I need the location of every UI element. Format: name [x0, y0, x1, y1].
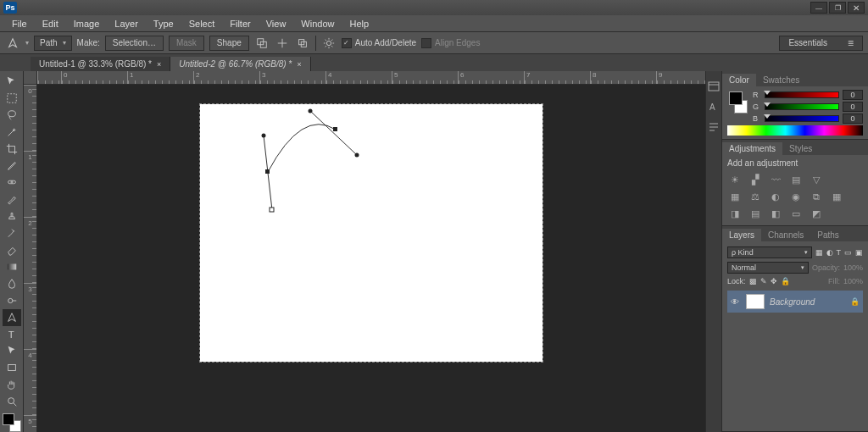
- crop-tool[interactable]: [3, 141, 21, 158]
- filter-shape-icon[interactable]: ▭: [844, 248, 852, 257]
- history-brush-tool[interactable]: [3, 224, 21, 241]
- canvas-viewport[interactable]: [37, 85, 705, 432]
- blur-tool[interactable]: [3, 275, 21, 292]
- pen-tool-icon[interactable]: [5, 36, 20, 51]
- path-arrange-icon[interactable]: [295, 36, 310, 51]
- rectangle-tool[interactable]: [3, 359, 21, 376]
- type-tool[interactable]: T: [3, 326, 21, 343]
- magic-wand-tool[interactable]: [3, 124, 21, 141]
- path-align-icon[interactable]: [275, 36, 290, 51]
- menu-image[interactable]: Image: [67, 17, 107, 30]
- lasso-tool[interactable]: [3, 107, 21, 124]
- g-value[interactable]: 0: [843, 102, 863, 112]
- document-tab[interactable]: Untitled-1 @ 33.3% (RGB/8) * ×: [31, 57, 170, 71]
- lock-position-icon[interactable]: ✥: [771, 277, 777, 285]
- filter-adjust-icon[interactable]: ◐: [826, 248, 833, 257]
- paragraph-panel-icon[interactable]: [707, 120, 721, 134]
- menu-select[interactable]: Select: [182, 17, 222, 30]
- color-spectrum[interactable]: [727, 125, 863, 136]
- layer-row-background[interactable]: 👁 Background 🔒: [727, 291, 863, 313]
- eyedropper-tool[interactable]: [3, 158, 21, 174]
- dodge-tool[interactable]: [3, 292, 21, 309]
- marquee-tool[interactable]: [3, 90, 21, 107]
- tab-channels[interactable]: Channels: [761, 229, 810, 241]
- gradient-map-icon[interactable]: ▭: [788, 207, 804, 220]
- tab-styles[interactable]: Styles: [782, 142, 819, 155]
- channel-mixer-icon[interactable]: ⧉: [809, 190, 824, 203]
- minimize-button[interactable]: —: [810, 2, 827, 14]
- ruler-origin[interactable]: [24, 71, 37, 85]
- menu-file[interactable]: File: [5, 17, 34, 30]
- tab-adjustments[interactable]: Adjustments: [722, 142, 782, 155]
- b-slider[interactable]: [765, 115, 839, 122]
- r-slider[interactable]: [765, 91, 839, 98]
- canvas[interactable]: [200, 104, 542, 362]
- fill-value[interactable]: 100%: [843, 277, 863, 285]
- photo-filter-icon[interactable]: ◉: [788, 190, 804, 203]
- pen-tool[interactable]: [3, 309, 21, 326]
- close-window-button[interactable]: ✕: [848, 2, 865, 14]
- tab-color[interactable]: Color: [722, 74, 756, 86]
- auto-add-delete-checkbox[interactable]: ✓ Auto Add/Delete: [342, 38, 416, 48]
- threshold-icon[interactable]: ◧: [768, 207, 783, 220]
- levels-icon[interactable]: ▞: [748, 173, 763, 186]
- align-edges-checkbox[interactable]: Align Edges: [421, 38, 480, 48]
- shape-button[interactable]: Shape: [209, 36, 249, 51]
- menu-view[interactable]: View: [259, 17, 293, 30]
- lock-transparent-icon[interactable]: ▩: [749, 277, 757, 285]
- r-value[interactable]: 0: [843, 90, 863, 100]
- color-swatch-pair[interactable]: [727, 90, 748, 114]
- b-value[interactable]: 0: [843, 114, 863, 124]
- character-panel-icon[interactable]: A: [707, 100, 721, 114]
- blackwhite-icon[interactable]: ◐: [768, 190, 783, 203]
- menu-help[interactable]: Help: [342, 17, 376, 30]
- close-tab-icon[interactable]: ×: [297, 60, 301, 69]
- selection-button[interactable]: Selection…: [105, 36, 164, 51]
- tab-swatches[interactable]: Swatches: [756, 74, 806, 86]
- brush-tool[interactable]: [3, 191, 21, 208]
- filter-type-icon[interactable]: T: [837, 248, 842, 257]
- filter-smart-icon[interactable]: ▣: [855, 248, 863, 257]
- hand-tool[interactable]: [3, 376, 21, 393]
- color-swatches[interactable]: [3, 413, 21, 432]
- tool-mode-dropdown[interactable]: Path: [34, 36, 72, 51]
- path-selection-tool[interactable]: [3, 343, 21, 360]
- invert-icon[interactable]: ◨: [727, 207, 743, 220]
- healing-brush-tool[interactable]: [3, 174, 21, 191]
- close-tab-icon[interactable]: ×: [157, 60, 161, 69]
- layer-thumbnail[interactable]: [746, 294, 765, 309]
- clone-stamp-tool[interactable]: [3, 208, 21, 224]
- horizontal-ruler[interactable]: 0 1 2 3 4 5 6 7 8 9 10: [37, 71, 705, 85]
- hue-saturation-icon[interactable]: ▦: [727, 190, 743, 203]
- vibrance-icon[interactable]: ▽: [809, 173, 824, 186]
- visibility-toggle-icon[interactable]: 👁: [731, 297, 741, 307]
- posterize-icon[interactable]: ▤: [748, 207, 763, 220]
- gear-icon[interactable]: [321, 36, 337, 51]
- document-tab-active[interactable]: Untitled-2 @ 66.7% (RGB/8) * ×: [170, 57, 310, 71]
- selective-color-icon[interactable]: ◩: [809, 207, 824, 220]
- menu-type[interactable]: Type: [147, 17, 181, 30]
- exposure-icon[interactable]: ▤: [788, 173, 804, 186]
- g-slider[interactable]: [765, 103, 839, 110]
- blend-mode-dropdown[interactable]: Normal: [727, 262, 809, 274]
- eraser-tool[interactable]: [3, 241, 21, 258]
- zoom-tool[interactable]: [3, 393, 21, 410]
- gradient-tool[interactable]: [3, 258, 21, 275]
- brightness-contrast-icon[interactable]: ☀: [727, 173, 743, 186]
- opacity-value[interactable]: 100%: [843, 263, 863, 272]
- layer-name[interactable]: Background: [770, 297, 845, 307]
- menu-window[interactable]: Window: [294, 17, 341, 30]
- workspace-switcher[interactable]: Essentials: [779, 36, 863, 51]
- lock-image-icon[interactable]: ✎: [760, 277, 767, 285]
- mask-button[interactable]: Mask: [169, 36, 204, 51]
- menu-layer[interactable]: Layer: [108, 17, 145, 30]
- layer-filter-dropdown[interactable]: ρ Kind: [727, 246, 812, 258]
- tab-layers[interactable]: Layers: [722, 229, 761, 241]
- filter-pixel-icon[interactable]: ▦: [815, 248, 823, 257]
- vertical-ruler[interactable]: 0 1 2 3 4 5: [24, 85, 37, 432]
- fg-swatch[interactable]: [729, 91, 743, 105]
- history-panel-icon[interactable]: [707, 80, 721, 93]
- lock-all-icon[interactable]: 🔒: [781, 277, 790, 285]
- color-lookup-icon[interactable]: ▦: [829, 190, 844, 203]
- path-operations-icon[interactable]: [254, 36, 270, 51]
